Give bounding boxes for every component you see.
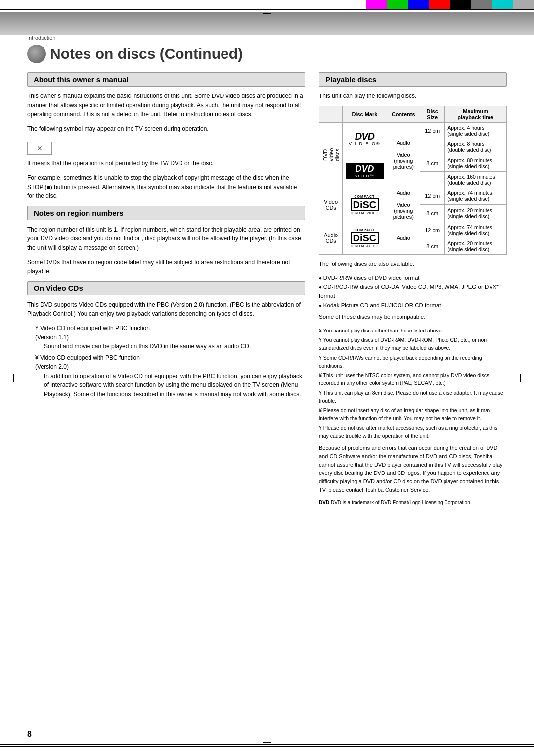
th-contents: Contents: [387, 106, 420, 122]
playable-intro: This unit can play the following discs.: [319, 92, 507, 101]
page-title: Notes on discs (Continued): [27, 45, 507, 63]
crosshair-right: [516, 374, 524, 382]
about-para3: It means that the operation is not permi…: [27, 159, 305, 168]
also-available-label: The following discs are also available.: [319, 260, 507, 269]
crosshair-top: [263, 10, 271, 18]
disc-table: Disc Mark Contents DiscSize Maximumplayb…: [319, 106, 507, 255]
th-size: DiscSize: [420, 106, 444, 122]
trademark-note: DVD DVD is a trademark of DVD Format/Log…: [319, 500, 507, 505]
corner-mark-tl: [15, 15, 21, 21]
incompatible-note: Some of these discs may be incompatible.: [319, 313, 507, 322]
td-vcd-logo: COMPACT DiSC DIGITAL VIDEO: [343, 188, 387, 222]
symbol-x: ✕: [37, 144, 43, 152]
td-dvd-time3: Approx. 80 minutes(single sided disc): [445, 155, 507, 171]
crosshair-left: [10, 374, 18, 382]
td-dvd-logo2: DVD VIDEO™: [343, 155, 387, 188]
page-content: Introduction Notes on discs (Continued) …: [27, 35, 507, 729]
videocds-para1: This DVD supports Video CDs equipped wit…: [27, 300, 305, 319]
about-heading: About this owner s manual: [27, 72, 305, 87]
color-bar: [366, 0, 534, 9]
td-vcd-time1: Approx. 74 minutes(single sided disc): [445, 188, 507, 205]
td-dvd-time4: Approx. 160 minutes(double sided disc): [445, 171, 507, 188]
footnote-4: This unit uses the NTSC color system, an…: [319, 371, 507, 387]
page-number: 8: [27, 730, 32, 739]
about-para2: The following symbol may appear on the T…: [27, 124, 305, 134]
available-item-3: Kodak Picture CD and FUJICOLOR CD format: [319, 301, 507, 310]
footnote-5: This unit can play an 8cm disc. Please d…: [319, 389, 507, 405]
td-dvd-size2: [420, 139, 444, 155]
videocds-list: Video CD not equipped with PBC function(…: [27, 324, 305, 399]
bottom-para: Because of problems and errors that can …: [319, 444, 507, 494]
td-acd-contents: Audio: [387, 222, 420, 254]
dvd-trademark-icon: DVD: [319, 500, 329, 505]
dvd-logo2: DVD VIDEO™: [346, 163, 383, 180]
footnote-1: You cannot play discs other than those l…: [319, 327, 507, 334]
footnote-6: Please do not insert any disc of an irre…: [319, 406, 507, 423]
title-icon: [27, 45, 46, 63]
bottom-line2: [0, 746, 534, 747]
list-item-2-text: Video CD equipped with PBC function(Vers…: [35, 354, 140, 371]
list-item-1-text: Video CD not equipped with PBC function(…: [35, 325, 150, 341]
th-disc-mark: Disc Mark: [343, 106, 387, 122]
td-vcd-size1: 12 cm: [420, 188, 444, 205]
available-item-1: DVD-R/RW discs of DVD video format: [319, 273, 507, 282]
td-dvd-size4: [420, 171, 444, 188]
playable-heading: Playable discs: [319, 72, 507, 87]
corner-mark-tr: [513, 15, 519, 21]
region-para2: Some DVDs that have no region code label…: [27, 258, 305, 276]
right-column: Playable discs This unit can play the fo…: [319, 72, 507, 505]
td-dvd-time1: Approx. 4 hours(single sided disc): [445, 122, 507, 139]
td-acd-time1: Approx. 74 minutes(single sided disc): [445, 222, 507, 238]
title-text: Notes on discs (Continued): [50, 46, 243, 62]
td-dvd-size3: 8 cm: [420, 155, 444, 171]
footnotes: You cannot play discs other than those l…: [319, 327, 507, 440]
td-vcd-contents: Audio+Video(movingpictures): [387, 188, 420, 222]
about-para4: For example, sometimes it is unable to s…: [27, 173, 305, 201]
td-acd-category: AudioCDs: [319, 222, 343, 254]
td-vcd-time2: Approx. 20 minutes(single sided disc): [445, 205, 507, 222]
td-dvd-logo1: DVD V I D E O®: [343, 122, 387, 155]
th-time: Maximumplayback time: [445, 106, 507, 122]
acd-logo: COMPACT DiSC DIGITAL AUDIO: [346, 228, 383, 248]
region-para1: The region number of this unit is 1. If …: [27, 225, 305, 253]
td-dvd-contents: Audio+Video(movingpictures): [387, 122, 420, 188]
trademark-text: DVD is a trademark of DVD Format/Logo Li…: [331, 500, 472, 505]
td-dvd-category: DVDvideodiscs: [319, 122, 343, 188]
th-empty: [319, 106, 343, 122]
symbol-box: ✕: [27, 142, 52, 155]
crosshair-bottom: [263, 738, 271, 746]
footnote-7: Please do not use after market accessori…: [319, 424, 507, 440]
region-heading: Notes on region numbers: [27, 206, 305, 220]
table-row-acd1: AudioCDs COMPACT DiSC DIGITAL AUDIO Audi…: [319, 222, 507, 238]
td-vcd-size2: 8 cm: [420, 205, 444, 222]
vcd-logo: COMPACT DiSC DIGITAL VIDEO: [346, 195, 383, 215]
dvd-logo1: DVD V I D E O®: [346, 131, 383, 147]
table-row-vcd1: VideoCDs COMPACT DiSC DIGITAL VIDEO Audi…: [319, 188, 507, 205]
videocds-heading: On Video CDs: [27, 281, 305, 295]
footnote-3: Some CD-R/RWs cannot be played back depe…: [319, 354, 507, 370]
list-item-2-sub: In addition to operation of a Video CD n…: [35, 372, 305, 399]
td-acd-time2: Approx. 20 minutes(single sided disc): [445, 238, 507, 254]
td-dvd-size1: 12 cm: [420, 122, 444, 139]
intro-label: Introduction: [27, 35, 507, 41]
available-item-2: CD-R/CD-RW discs of CD-DA, Video CD, MP3…: [319, 283, 507, 301]
left-column: About this owner s manual This owner s m…: [27, 72, 305, 505]
td-acd-size2: 8 cm: [420, 238, 444, 254]
td-acd-size1: 12 cm: [420, 222, 444, 238]
corner-mark-br: [513, 735, 519, 741]
list-item-1: Video CD not equipped with PBC function(…: [35, 324, 305, 351]
bottom-line: [0, 744, 534, 745]
list-item-1-sub: Sound and movie can be played on this DV…: [35, 342, 305, 351]
list-item-2: Video CD equipped with PBC function(Vers…: [35, 353, 305, 399]
td-acd-logo: COMPACT DiSC DIGITAL AUDIO: [343, 222, 387, 254]
td-dvd-time2: Approx. 8 hours(double sided disc): [445, 139, 507, 155]
also-available-list: DVD-R/RW discs of DVD video format CD-R/…: [319, 273, 507, 310]
two-col-layout: About this owner s manual This owner s m…: [27, 72, 507, 505]
td-vcd-category: VideoCDs: [319, 188, 343, 222]
footnote-2: You cannot play discs of DVD-RAM, DVD-RO…: [319, 336, 507, 352]
table-row-dvd1: DVDvideodiscs DVD V I D E O® Audio+Video…: [319, 122, 507, 139]
corner-mark-bl: [15, 735, 21, 741]
about-para1: This owner s manual explains the basic i…: [27, 92, 305, 119]
